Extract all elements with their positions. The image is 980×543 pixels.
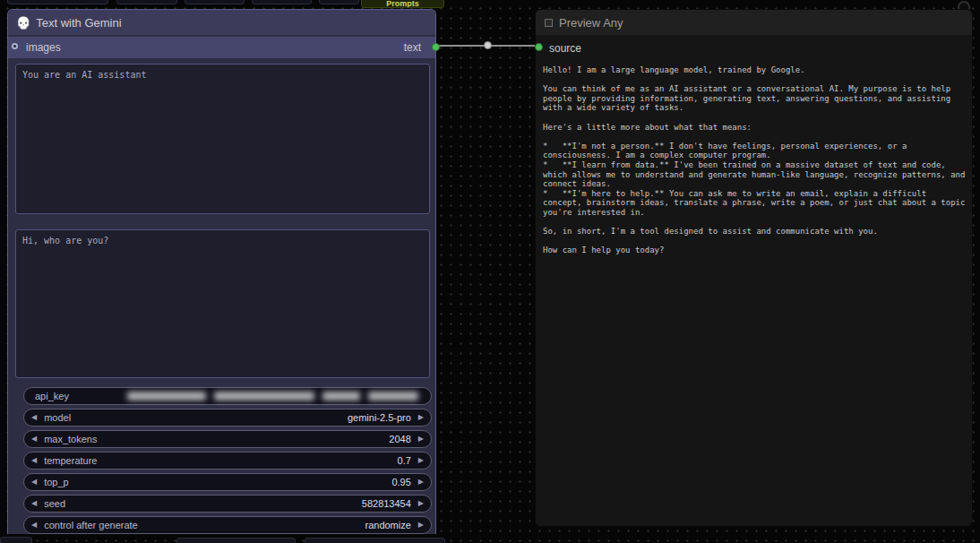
- control-increment-arrow-icon[interactable]: ▶: [418, 521, 424, 529]
- temperature-label: temperature: [44, 455, 97, 466]
- preview-node-titlebar[interactable]: Preview Any: [536, 10, 972, 35]
- text-with-gemini-node[interactable]: 💀 Text with Gemini images text You are a…: [7, 9, 436, 534]
- api-key-label: api_key: [35, 391, 69, 401]
- preview-output-text[interactable]: Hello! I am a large language model, trai…: [543, 65, 968, 518]
- model-value: gemini-2.5-pro: [348, 412, 411, 423]
- offscreen-node-fragment[interactable]: [185, 0, 245, 4]
- max-tokens-value: 2048: [389, 434, 410, 444]
- system-prompt-textarea[interactable]: You are an AI assistant: [15, 64, 430, 214]
- temperature-value: 0.7: [398, 455, 411, 466]
- control-after-generate-widget[interactable]: ◀ control after generate randomize ▶: [23, 516, 432, 534]
- max-tokens-widget[interactable]: ◀ max_tokens 2048 ▶: [23, 430, 432, 448]
- control-after-generate-value: randomize: [365, 520, 410, 530]
- offscreen-node-fragment[interactable]: [319, 0, 359, 4]
- seed-value: 582813454: [362, 498, 411, 509]
- top-p-label: top_p: [44, 477, 69, 487]
- preview-port-row: source: [536, 39, 972, 58]
- top-p-decrement-arrow-icon[interactable]: ◀: [31, 478, 37, 486]
- link-midpoint-handle[interactable]: [484, 41, 492, 49]
- square-icon: [545, 19, 553, 27]
- seed-label: seed: [44, 498, 65, 509]
- user-prompt-textarea[interactable]: Hi, who are you?: [15, 229, 430, 378]
- text-output-port[interactable]: [432, 43, 440, 51]
- top-p-widget[interactable]: ◀ top_p 0.95 ▶: [23, 473, 432, 491]
- offscreen-node-fragment[interactable]: [305, 538, 445, 543]
- node-graph-canvas[interactable]: Prompts 💀 Text with Gemini images text Y…: [0, 0, 980, 543]
- api-key-masked-value: [127, 392, 418, 401]
- temperature-decrement-arrow-icon[interactable]: ◀: [31, 457, 37, 464]
- seed-increment-arrow-icon[interactable]: ▶: [418, 500, 424, 507]
- offscreen-node-fragment[interactable]: [7, 0, 108, 4]
- control-decrement-arrow-icon[interactable]: ◀: [31, 521, 37, 529]
- model-decrement-arrow-icon[interactable]: ◀: [31, 414, 37, 421]
- images-input-label: images: [26, 41, 61, 54]
- prompts-node-label: Prompts: [386, 0, 419, 8]
- max-tokens-increment-arrow-icon[interactable]: ▶: [418, 435, 424, 443]
- top-p-value: 0.95: [391, 477, 410, 487]
- temperature-widget[interactable]: ◀ temperature 0.7 ▶: [23, 452, 432, 470]
- text-output-label: text: [404, 41, 421, 54]
- model-widget[interactable]: ◀ model gemini-2.5-pro ▶: [23, 409, 432, 427]
- preview-node-title: Preview Any: [559, 16, 623, 30]
- offscreen-node-fragment[interactable]: [252, 0, 312, 4]
- max-tokens-decrement-arrow-icon[interactable]: ◀: [31, 435, 37, 443]
- preview-any-node[interactable]: Preview Any source Hello! I am a large l…: [535, 9, 973, 527]
- top-p-increment-arrow-icon[interactable]: ▶: [418, 478, 424, 486]
- source-input-port[interactable]: [535, 43, 543, 51]
- seed-decrement-arrow-icon[interactable]: ◀: [31, 500, 37, 507]
- offscreen-node-fragment[interactable]: [176, 538, 296, 543]
- model-label: model: [44, 412, 71, 423]
- model-increment-arrow-icon[interactable]: ▶: [418, 414, 424, 421]
- gemini-port-row: images text: [8, 37, 435, 58]
- api-key-widget[interactable]: api_key: [23, 387, 432, 405]
- control-after-generate-label: control after generate: [44, 520, 138, 530]
- seed-widget[interactable]: ◀ seed 582813454 ▶: [23, 495, 432, 513]
- gemini-node-title: Text with Gemini: [36, 16, 121, 30]
- offscreen-node-fragment[interactable]: [116, 0, 177, 4]
- skull-icon: 💀: [16, 16, 30, 30]
- temperature-increment-arrow-icon[interactable]: ▶: [418, 457, 424, 464]
- source-input-label: source: [549, 42, 581, 55]
- images-input-port[interactable]: [12, 43, 18, 49]
- gemini-node-titlebar[interactable]: 💀 Text with Gemini: [8, 10, 435, 35]
- offscreen-node-fragment[interactable]: [0, 537, 32, 543]
- max-tokens-label: max_tokens: [44, 434, 97, 444]
- prompts-node-fragment[interactable]: Prompts: [361, 0, 444, 8]
